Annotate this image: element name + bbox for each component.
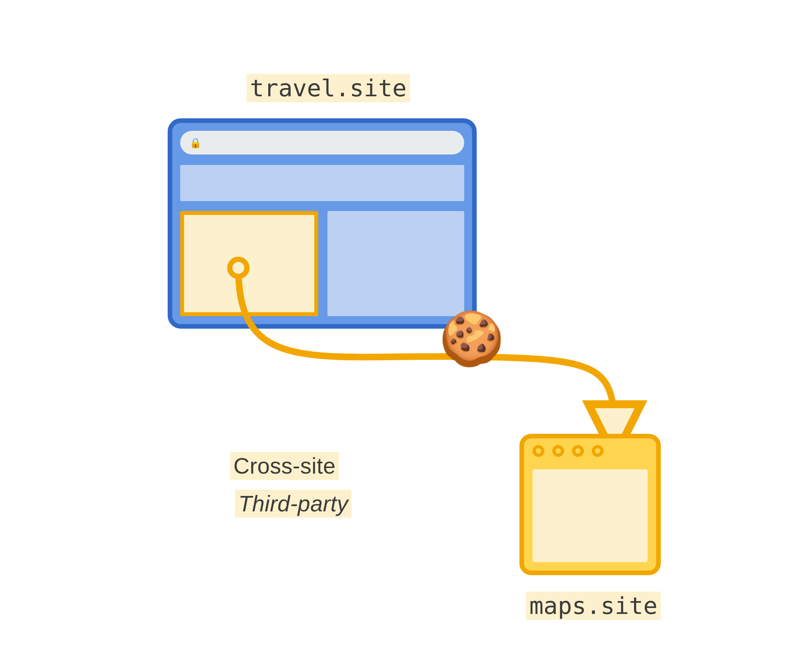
browser-right-panel xyxy=(327,211,464,316)
diagram-canvas: travel.site 🔒 🍪 Cross-site Third-party xyxy=(0,0,812,656)
label-maps-site: maps.site xyxy=(526,592,661,620)
label-travel-site: travel.site xyxy=(246,74,410,102)
maps-window-content xyxy=(533,469,648,562)
maps-window xyxy=(519,434,661,575)
label-third-party: Third-party xyxy=(235,490,352,518)
window-control-dots xyxy=(533,445,604,457)
lock-icon: 🔒 xyxy=(189,137,201,149)
browser-window: 🔒 xyxy=(168,118,477,329)
window-dot-icon xyxy=(533,445,544,457)
window-dot-icon xyxy=(592,445,604,457)
embedded-iframe-highlight xyxy=(180,211,318,316)
label-cross-site: Cross-site xyxy=(230,452,339,480)
window-dot-icon xyxy=(572,445,584,457)
browser-banner-panel xyxy=(180,165,464,201)
address-bar: 🔒 xyxy=(180,131,464,155)
window-dot-icon xyxy=(552,445,564,457)
cookie-icon: 🍪 xyxy=(439,312,505,365)
